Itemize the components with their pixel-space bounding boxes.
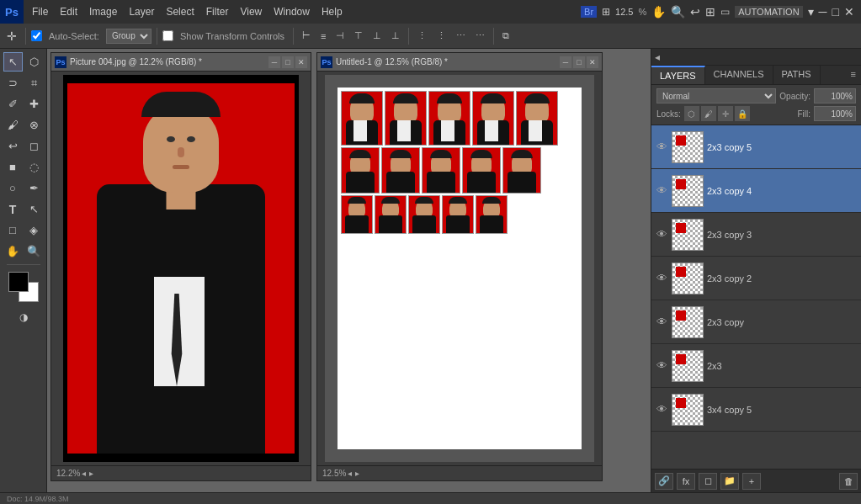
panel-collapse-arrow[interactable]: ◂ [655,51,660,63]
layer-item-4[interactable]: 👁 2x3 copy [651,300,861,344]
doc1-maximize[interactable]: □ [282,56,294,68]
layer-6-visibility[interactable]: 👁 [655,403,668,416]
doc2-close[interactable]: ✕ [587,56,598,68]
zoom-tool-header[interactable]: 🔍 [671,5,685,19]
doc2-maximize[interactable]: □ [573,56,585,68]
mini-bridge-button[interactable]: ⊞ [602,6,610,18]
lasso-tool[interactable]: ⊃ [3,73,23,93]
layer-3-visibility[interactable]: 👁 [655,272,668,285]
close-app[interactable]: ✕ [844,5,854,19]
tab-paths[interactable]: PATHS [773,66,821,84]
zoom-level[interactable]: 12.5 [615,7,633,17]
gradient-tool[interactable]: ■ [3,157,23,177]
dodge-tool[interactable]: ○ [3,178,23,198]
shape-tool[interactable]: □ [3,220,23,240]
tab-layers[interactable]: LAYERS [651,66,705,84]
menu-layer[interactable]: Layer [124,4,159,19]
quick-mask-mode[interactable]: ◑ [13,307,33,326]
menu-filter[interactable]: Filter [201,4,234,19]
auto-align-icon[interactable]: ⧉ [499,29,513,42]
foreground-color-swatch[interactable] [8,272,29,292]
auto-select-checkbox[interactable] [31,30,42,41]
3d-tool[interactable]: ◈ [24,220,44,240]
distribute-left-icon[interactable]: ⋮ [414,29,430,42]
layer-item-1[interactable]: 👁 2x3 copy 4 [651,169,861,213]
bridge-button[interactable]: Br [581,6,597,18]
align-right-icon[interactable]: ⊣ [332,29,348,42]
pen-tool[interactable]: ✒ [24,178,44,198]
show-transform-checkbox[interactable] [162,30,173,41]
doc1-minimize[interactable]: ─ [268,56,280,68]
auto-select-dropdown[interactable]: Group [106,29,151,44]
rotate-tool-header[interactable]: ↩ [690,5,700,19]
layer-0-visibility[interactable]: 👁 [655,141,668,154]
layer-item-2[interactable]: 👁 2x3 copy 3 [651,213,861,257]
menu-view[interactable]: View [235,4,267,19]
minimize-app[interactable]: ─ [819,5,827,19]
layer-1-visibility[interactable]: 👁 [655,184,668,198]
fill-input[interactable] [814,106,856,121]
selection-tool[interactable]: ↖ [3,52,23,72]
layer-item-5[interactable]: 👁 2x3 [651,344,861,388]
zoom-tool[interactable]: 🔍 [24,241,44,261]
lock-position[interactable]: ✛ [718,106,733,121]
tab-channels[interactable]: CHANNELS [705,66,773,84]
healing-tool[interactable]: ✚ [24,94,44,114]
screen-mode[interactable]: ⊞ [705,5,715,19]
new-layer-button[interactable]: + [742,473,761,490]
workspace-arrow[interactable]: ▾ [808,5,814,19]
align-bottom-icon[interactable]: ⊥ [388,29,403,42]
eyedropper-tool[interactable]: ✐ [3,94,23,114]
layer-item-0[interactable]: 👁 2x3 copy 5 [651,125,861,169]
history-brush-tool[interactable]: ↩ [3,136,23,156]
new-group-button[interactable]: 📁 [720,473,739,490]
link-layers-button[interactable]: 🔗 [655,473,673,490]
doc1-nav-left[interactable]: ◂ [82,469,86,478]
add-mask-button[interactable]: ◻ [699,473,717,490]
move-tool-icon[interactable]: ✛ [3,29,20,44]
path-selection-tool[interactable]: ↖ [24,199,44,219]
layer-2-visibility[interactable]: 👁 [655,228,668,241]
align-center-icon[interactable]: ≡ [317,30,329,42]
doc2-minimize[interactable]: ─ [560,56,571,68]
eraser-tool[interactable]: ◻ [24,136,44,156]
menu-window[interactable]: Window [268,4,315,19]
doc1-close[interactable]: ✕ [295,56,307,68]
lock-image-pixels[interactable]: 🖌 [701,106,716,121]
menu-image[interactable]: Image [84,4,122,19]
type-tool[interactable]: T [3,199,23,219]
blend-mode-select[interactable]: Normal [656,88,776,103]
distribute-right-icon[interactable]: ⋮ [433,29,449,42]
crop-tool[interactable]: ⌗ [24,73,44,93]
workspace-label[interactable]: AUTOMATION [735,6,802,18]
layer-item-3[interactable]: 👁 2x3 copy 2 [651,257,861,300]
layer-fx-button[interactable]: fx [677,473,695,490]
delete-layer-button[interactable]: 🗑 [839,473,858,490]
panel-menu-icon[interactable]: ≡ [846,66,861,84]
opacity-input[interactable] [814,88,856,103]
doc2-nav-right[interactable]: ▸ [355,469,359,478]
hand-tool[interactable]: ✋ [3,241,23,261]
menu-select[interactable]: Select [161,4,199,19]
layer-4-visibility[interactable]: 👁 [655,316,668,329]
menu-file[interactable]: File [27,4,53,19]
doc2-nav-left[interactable]: ◂ [348,469,352,478]
stamp-tool[interactable]: ⊗ [24,115,44,135]
doc1-nav-right[interactable]: ▸ [89,469,93,478]
brush-tool[interactable]: 🖌 [3,115,23,135]
layer-item-6[interactable]: 👁 3x4 copy 5 [651,388,861,432]
distribute-bottom-icon[interactable]: ⋯ [472,29,488,42]
magic-wand-tool[interactable]: ⬡ [24,52,44,72]
hand-tool-header[interactable]: ✋ [651,5,666,19]
color-swatches[interactable] [8,272,39,302]
menu-help[interactable]: Help [316,4,348,19]
lock-transparent-pixels[interactable]: ⬡ [684,106,699,121]
align-left-icon[interactable]: ⊢ [299,29,314,42]
lock-all[interactable]: 🔒 [735,106,750,121]
layer-5-visibility[interactable]: 👁 [655,359,668,373]
distribute-top-icon[interactable]: ⋯ [453,29,469,42]
blur-tool[interactable]: ◌ [24,157,44,177]
align-top-icon[interactable]: ⊤ [351,29,366,42]
screen-mode2[interactable]: ▭ [720,6,730,18]
maximize-app[interactable]: □ [832,5,839,19]
